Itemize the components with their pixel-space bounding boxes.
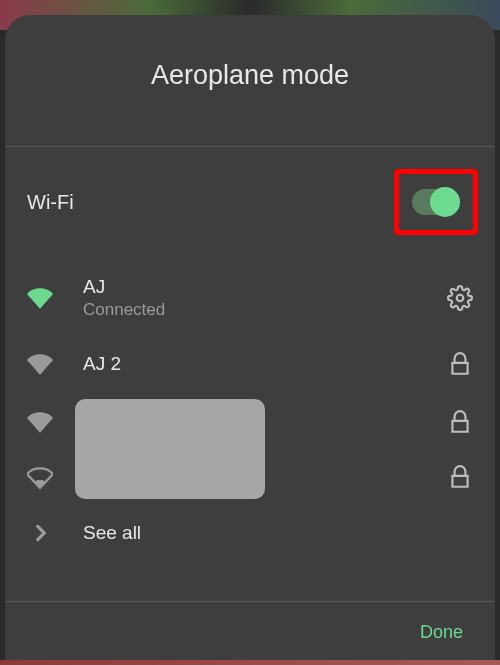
redacted-networks <box>5 394 495 504</box>
wifi-signal-full-icon <box>27 409 53 435</box>
gear-icon[interactable] <box>447 285 473 311</box>
page-title: Aeroplane mode <box>5 15 495 146</box>
see-all-row[interactable]: See all <box>5 504 495 562</box>
lock-icon <box>447 464 473 490</box>
network-name: AJ <box>83 276 447 298</box>
settings-panel: Aeroplane mode Wi-Fi AJ Connected <box>5 15 495 665</box>
network-info: AJ Connected <box>83 276 447 320</box>
wifi-label: Wi-Fi <box>27 191 74 214</box>
done-button[interactable]: Done <box>420 622 463 643</box>
network-name: AJ 2 <box>83 353 447 375</box>
wifi-section-header: Wi-Fi <box>5 147 495 257</box>
redacted-label <box>75 399 265 499</box>
network-status: Connected <box>83 300 447 320</box>
wifi-signal-full-icon <box>27 351 53 377</box>
wifi-toggle-highlight <box>394 169 478 235</box>
footer: Done <box>5 601 495 665</box>
see-all-label: See all <box>83 522 141 544</box>
chevron-right-icon <box>27 520 53 546</box>
network-info: AJ 2 <box>83 353 447 375</box>
bottom-accent <box>0 660 500 665</box>
lock-icon <box>447 409 473 435</box>
network-list: AJ Connected AJ 2 <box>5 257 495 567</box>
wifi-toggle[interactable] <box>412 189 460 215</box>
wifi-signal-weak-icon <box>27 464 53 490</box>
lock-icon <box>447 351 473 377</box>
network-row[interactable]: AJ 2 <box>5 334 495 394</box>
network-row-connected[interactable]: AJ Connected <box>5 262 495 334</box>
wifi-signal-full-icon <box>27 285 53 311</box>
wifi-toggle-thumb <box>430 187 460 217</box>
